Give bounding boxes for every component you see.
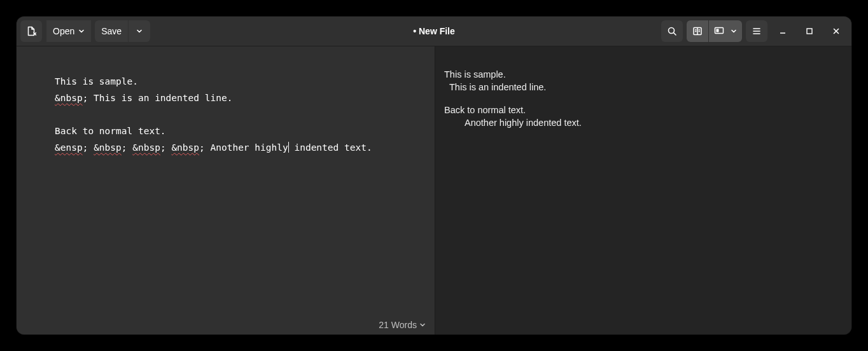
new-document-button[interactable]: [20, 20, 42, 42]
chevron-down-icon[interactable]: [419, 322, 426, 328]
preview-view-button[interactable]: [709, 20, 742, 42]
save-button-group: Save: [95, 20, 150, 42]
editor-text-span: ;: [160, 142, 171, 153]
editor-text-span: indented text.: [289, 142, 372, 153]
open-label: Open: [53, 26, 74, 36]
svg-rect-13: [807, 29, 812, 34]
preview-line: Back to normal text.: [444, 105, 526, 115]
chevron-down-icon: [136, 28, 143, 34]
view-mode-group: [687, 20, 742, 42]
headerbar-left: Open Save: [20, 20, 150, 42]
preview-paragraph: Back to normal text. Another highly inde…: [444, 104, 851, 129]
content-area: This is sample. &nbsp; This is an indent…: [17, 46, 851, 334]
preview-line: This is an indented line.: [444, 82, 546, 92]
preview-view-icon: [714, 27, 724, 36]
search-button[interactable]: [661, 20, 683, 42]
save-options-button[interactable]: [129, 20, 150, 42]
maximize-icon: [806, 27, 813, 35]
editor-text-span: ;: [122, 142, 132, 153]
minimize-button[interactable]: [775, 24, 790, 39]
statusbar: 21 Words: [17, 315, 435, 334]
preview-line: Another highly indented text.: [444, 118, 582, 128]
headerbar-right: [661, 20, 848, 42]
open-button-group: Open: [46, 20, 91, 42]
preview-pane: This is sample. This is an indented line…: [435, 46, 851, 334]
editor-line: Back to normal text.: [55, 126, 166, 136]
save-button[interactable]: Save: [95, 20, 128, 42]
entity-nbsp: &nbsp: [132, 142, 160, 153]
editor-text-span: ; Another highly: [199, 142, 288, 153]
svg-rect-8: [717, 29, 719, 32]
menu-button[interactable]: [746, 20, 767, 42]
chevron-down-icon: [78, 28, 85, 34]
entity-ensp: &ensp: [55, 142, 83, 153]
editor-textarea[interactable]: This is sample. &nbsp; This is an indent…: [17, 46, 435, 156]
headerbar: Open Save • New File: [17, 17, 851, 46]
entity-nbsp: &nbsp: [94, 142, 122, 153]
svg-rect-7: [715, 28, 724, 34]
app-window: Open Save • New File: [17, 17, 851, 334]
editor-pane: This is sample. &nbsp; This is an indent…: [17, 46, 435, 334]
editor-text-span: ; This is an indented line.: [83, 93, 233, 103]
close-icon: [832, 27, 840, 35]
preview-paragraph: This is sample. This is an indented line…: [444, 68, 851, 93]
preview-line: This is sample.: [444, 69, 506, 79]
close-button[interactable]: [829, 24, 844, 39]
editor-view-icon: [692, 26, 703, 36]
editor-line: This is sample.: [55, 76, 138, 86]
search-icon: [667, 26, 677, 36]
editor-view-button[interactable]: [687, 20, 708, 42]
word-count[interactable]: 21 Words: [379, 320, 417, 330]
hamburger-icon: [752, 26, 762, 36]
chevron-down-icon: [731, 28, 737, 34]
new-document-icon: [26, 26, 36, 36]
save-label: Save: [101, 26, 122, 36]
editor-text-span: ;: [83, 142, 94, 153]
entity-nbsp: &nbsp: [55, 93, 83, 103]
window-title: • New File: [413, 26, 455, 36]
maximize-button[interactable]: [802, 24, 817, 39]
minimize-icon: [779, 27, 787, 35]
open-button[interactable]: Open: [46, 20, 91, 42]
entity-nbsp: &nbsp: [171, 142, 199, 153]
